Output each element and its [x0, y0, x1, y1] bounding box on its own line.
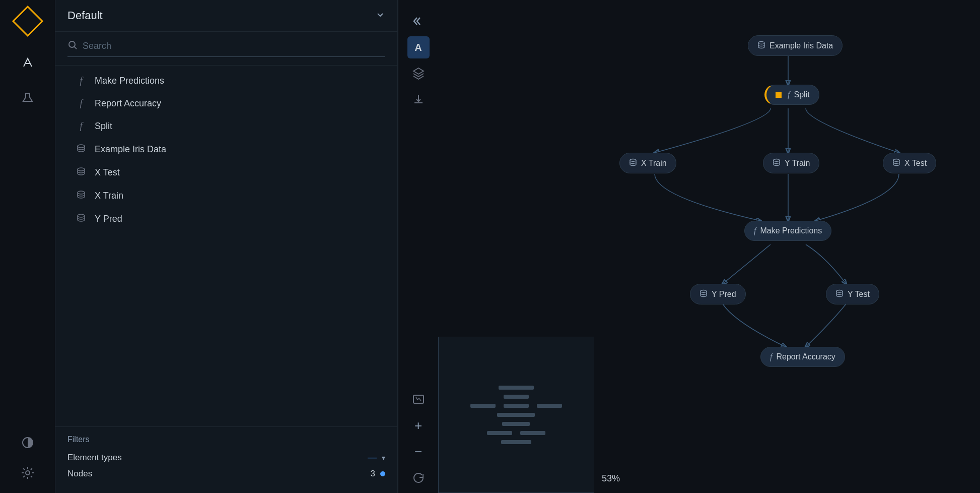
list-item-y-pred[interactable]: Y Pred [55, 207, 397, 230]
func-icon: f [770, 352, 772, 361]
node-label: X Train [641, 159, 667, 168]
func-icon: f [76, 121, 87, 132]
item-label: Split [95, 121, 112, 132]
func-icon: f [788, 90, 790, 99]
db-icon [699, 289, 708, 299]
sidebar-chevron-down[interactable] [375, 10, 385, 22]
list-item-report-accuracy[interactable]: f Report Accuracy [55, 92, 397, 115]
node-label: Y Pred [712, 290, 736, 299]
active-indicator [776, 92, 782, 98]
node-label: Y Train [785, 159, 810, 168]
canvas-area[interactable]: Example Iris Data f Split X Train [438, 0, 980, 493]
list-item-x-train[interactable]: X Train [55, 184, 397, 207]
minimap [438, 337, 594, 493]
search-input[interactable] [83, 41, 385, 51]
db-icon [629, 158, 637, 168]
minimap-button[interactable] [407, 388, 430, 410]
mini-bar [487, 431, 512, 435]
filter-nodes-row: Nodes 3 [67, 469, 385, 479]
node-split[interactable]: f Split [764, 85, 819, 105]
node-y-test[interactable]: Y Test [826, 284, 879, 304]
percent-value: 53% [602, 473, 620, 483]
item-label: Report Accuracy [95, 98, 161, 109]
db-icon [76, 213, 87, 224]
nav-contrast-icon[interactable] [18, 433, 38, 453]
svg-point-1 [26, 471, 30, 475]
node-y-train[interactable]: Y Train [763, 153, 819, 173]
filter-dash[interactable]: — [368, 452, 377, 463]
svg-point-14 [893, 159, 899, 162]
mini-bar [504, 404, 529, 408]
func-icon: f [754, 226, 756, 235]
auto-layout-button[interactable]: A [407, 36, 430, 58]
svg-point-11 [758, 42, 764, 44]
node-label: Split [794, 90, 809, 99]
node-label: Y Test [848, 290, 870, 299]
minus-icon: − [414, 444, 422, 460]
zoom-in-button[interactable]: + [407, 414, 430, 437]
svg-point-2 [69, 41, 75, 47]
list-item-example-iris-data[interactable]: Example Iris Data [55, 138, 397, 161]
db-icon [892, 158, 900, 168]
sidebar-header: Default [55, 0, 397, 32]
search-box [67, 40, 385, 57]
reset-view-button[interactable] [407, 467, 430, 489]
zoom-out-button[interactable]: − [407, 441, 430, 463]
db-icon [76, 190, 87, 201]
zoom-percentage: 53% [602, 473, 620, 484]
nav-top [17, 10, 39, 417]
func-icon: f [76, 98, 87, 109]
item-label: X Test [95, 167, 120, 178]
node-x-test[interactable]: X Test [883, 153, 936, 173]
nav-bottom [18, 433, 38, 493]
list-item-x-test[interactable]: X Test [55, 161, 397, 184]
item-label: Example Iris Data [95, 144, 166, 155]
nav-flask-icon[interactable] [18, 88, 38, 108]
node-label: Example Iris Data [769, 41, 833, 50]
node-report-accuracy[interactable]: f Report Accuracy [760, 347, 845, 367]
sidebar-dropdown-label[interactable]: Default [67, 9, 103, 22]
node-example-iris-data[interactable]: Example Iris Data [748, 35, 843, 56]
filter-element-controls: — ▾ [368, 452, 385, 463]
logo-icon[interactable] [12, 6, 43, 37]
mini-row [470, 404, 562, 408]
items-list: f Make Predictions f Report Accuracy f S… [55, 66, 397, 426]
mini-row [487, 431, 545, 435]
mini-bar [520, 431, 545, 435]
download-button[interactable] [407, 89, 430, 111]
svg-point-6 [78, 214, 85, 217]
nav-settings-icon[interactable] [18, 463, 38, 483]
svg-point-13 [774, 159, 780, 162]
filters-section: Filters Element types — ▾ Nodes 3 [55, 426, 397, 493]
sidebar-panel: Default f Make Predictions f Report Accu… [55, 0, 398, 493]
filter-chevron-down-icon[interactable]: ▾ [382, 454, 385, 462]
layers-button[interactable] [407, 63, 430, 85]
right-toolbar: A + − [398, 0, 438, 493]
list-item-make-predictions[interactable]: f Make Predictions [55, 70, 397, 92]
mini-bar [501, 440, 531, 444]
list-item-split[interactable]: f Split [55, 115, 397, 138]
mini-bar [504, 395, 529, 399]
item-label: Y Pred [95, 214, 122, 224]
node-make-predictions[interactable]: f Make Predictions [744, 221, 831, 241]
filter-element-types-row: Element types — ▾ [67, 452, 385, 463]
nav-lambda-icon[interactable] [18, 52, 38, 73]
node-x-train[interactable]: X Train [619, 153, 676, 173]
item-label: Make Predictions [95, 76, 164, 86]
filter-nodes-count: 3 [371, 469, 375, 479]
func-icon: f [76, 76, 87, 86]
collapse-sidebar-button[interactable] [407, 10, 430, 32]
node-label: Make Predictions [760, 226, 822, 235]
db-icon [757, 41, 765, 50]
mini-bar [499, 386, 534, 390]
mini-bar [502, 422, 530, 426]
svg-point-3 [78, 145, 85, 148]
search-container [55, 32, 397, 66]
filter-nodes-controls: 3 [371, 469, 385, 479]
svg-point-4 [78, 168, 85, 171]
minimap-content [450, 349, 582, 481]
svg-point-12 [630, 159, 636, 162]
node-y-pred[interactable]: Y Pred [690, 284, 746, 304]
node-label: Report Accuracy [776, 352, 835, 361]
filter-element-types-label: Element types [67, 453, 122, 463]
